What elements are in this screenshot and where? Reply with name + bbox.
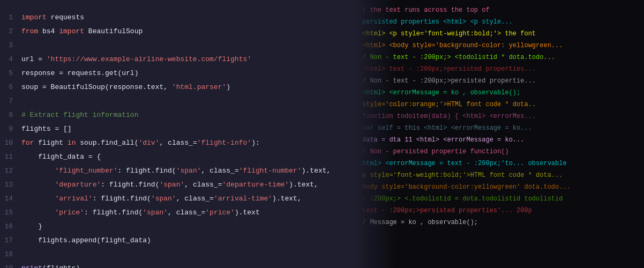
bg-code-line: <html> <p style='font-weight:bold;'> the… <box>362 28 635 40</box>
line-number: 4 <box>0 53 21 66</box>
bg-code-line: function todoitem(data) { <html> <errorM… <box>362 110 635 122</box>
line-content: 'departure': flight.find('span', class_=… <box>21 178 318 192</box>
code-line: 8# Extract flight information <box>0 108 354 122</box>
bg-code-line: - :200px;> <.todolistid = dota.todolisti… <box>362 193 635 205</box>
code-line: 9flights = [] <box>0 122 354 136</box>
line-content: flight_data = { <box>21 150 101 164</box>
line-number: 14 <box>0 192 21 206</box>
line-number: 2 <box>0 25 21 39</box>
code-line: 10for flight in soup.find_all('div', cla… <box>0 136 354 150</box>
code-line: 6soup = BeautifulSoup(response.text, 'ht… <box>0 80 354 94</box>
bg-code-line: / Non - text - :200px;>persisted propert… <box>362 75 635 87</box>
bg-code-line: style='color:orange;'>HTML font code * d… <box>362 99 635 110</box>
code-line: 3 <box>0 39 354 53</box>
bg-code-line: / Non - persisted propertie function() <box>362 146 635 158</box>
bg-code-line: data = dta 11 <html> <errorMessage = ko.… <box>362 134 635 146</box>
bg-code-line: persisted properties <html> <p style... <box>362 16 635 28</box>
line-number: 10 <box>0 136 21 150</box>
line-content: flights = [] <box>21 122 72 136</box>
code-line: 2from bs4 import BeautifulSoup <box>0 25 354 39</box>
line-number: 3 <box>0 39 21 53</box>
line-number: 8 <box>0 108 21 122</box>
line-number: 7 <box>0 94 21 108</box>
code-line: 19print(flights) <box>0 262 354 268</box>
line-number: 13 <box>0 178 21 192</box>
line-content: url = 'https://www.example-airline-websi… <box>21 53 251 66</box>
bg-code-line: <html> <body style='background-color: ye… <box>362 40 635 51</box>
bg-code-line: body style='background-color:yellowgreen… <box>362 181 635 193</box>
code-line: 11 flight_data = { <box>0 150 354 164</box>
line-content: 'arrival': flight.find('span', class_='a… <box>21 192 302 206</box>
line-number: 15 <box>0 206 21 220</box>
code-line: 15 'price': flight.find('span', class_='… <box>0 206 354 220</box>
line-content: # Extract flight information <box>21 108 138 122</box>
line-content: for flight in soup.find_all('div', class… <box>21 136 260 150</box>
code-line: 13 'departure': flight.find('span', clas… <box>0 178 354 192</box>
line-number: 6 <box>0 80 21 94</box>
line-content: from bs4 import BeautifulSoup <box>21 25 143 39</box>
line-number: 12 <box>0 164 21 178</box>
line-content: print(flights) <box>21 262 80 268</box>
code-line: 16 } <box>0 220 354 234</box>
line-number: 17 <box>0 234 21 248</box>
line-number: 16 <box>0 220 21 234</box>
line-content: import requests <box>21 11 84 25</box>
line-content: soup = BeautifulSoup(response.text, 'htm… <box>21 80 230 94</box>
bg-code-line: text - :200px;>persisted properties'... … <box>362 205 635 217</box>
line-number: 5 <box>0 66 21 80</box>
bg-code-line: / Non - text - :200px;> <todolistid * do… <box>362 51 635 63</box>
line-content: } <box>21 220 42 234</box>
bg-code-line: / the text runs across the top of <box>362 4 635 16</box>
line-content: 'flight_number': flight.find('span', cla… <box>21 164 331 178</box>
bg-code-line: <html> <errorMessage = ko , observable()… <box>362 87 635 99</box>
code-line: 5response = requests.get(url) <box>0 66 354 80</box>
code-panel: 1import requests2from bs4 import Beautif… <box>0 0 354 268</box>
bg-code-line: <html> text - :200px;>persisted properti… <box>362 63 635 75</box>
line-number: 18 <box>0 248 21 262</box>
line-number: 11 <box>0 150 21 164</box>
code-line: 18 <box>0 248 354 262</box>
line-content: response = requests.get(url) <box>21 66 138 80</box>
line-number: 9 <box>0 122 21 136</box>
code-line: 4url = 'https://www.example-airline-webs… <box>0 53 354 66</box>
line-number: 19 <box>0 262 21 268</box>
line-number: 1 <box>0 11 21 25</box>
code-line: 12 'flight_number': flight.find('span', … <box>0 164 354 178</box>
bg-code-line: p style='font-weight:bold;'>HTML font co… <box>362 169 635 181</box>
line-content: flights.append(flight_data) <box>21 234 151 248</box>
bg-code-line: / Message = ko , observable(); <box>362 217 635 228</box>
code-line: 1import requests <box>0 11 354 25</box>
code-line: 17 flights.append(flight_data) <box>0 234 354 248</box>
bg-code-line: html> <errorMessage = text - :200px;'to.… <box>362 158 635 169</box>
code-line: 14 'arrival': flight.find('span', class_… <box>0 192 354 206</box>
code-line: 7 <box>0 94 354 108</box>
line-content: 'price': flight.find('span', class_='pri… <box>21 206 260 220</box>
background-image-panel: / the text runs across the top ofpersist… <box>354 0 644 268</box>
bg-code-line: var self = this <html> <errorMessage = k… <box>362 122 635 134</box>
